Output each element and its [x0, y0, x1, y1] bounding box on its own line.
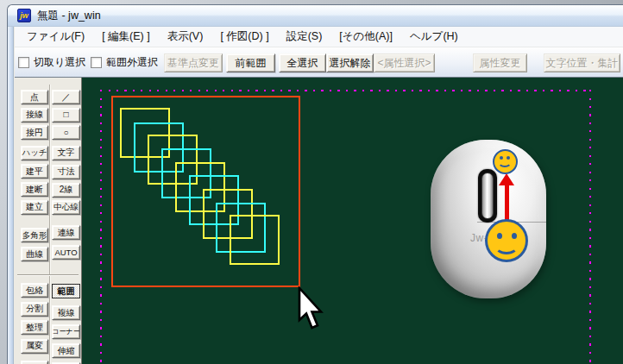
menu-item[interactable]: [ 編集(E) ]: [93, 27, 159, 47]
menu-item[interactable]: [ 作図(D) ]: [211, 27, 277, 47]
selection-toolbar: 切取り選択 範囲外選択 基準点変更前範囲全選択選択解除<属性選択>属性変更文字位…: [15, 47, 623, 78]
toolbar-button[interactable]: 基準点変更: [164, 53, 223, 72]
sidebar-button[interactable]: □: [52, 108, 80, 122]
sidebar-button[interactable]: 連線: [52, 225, 80, 240]
checkbox-box[interactable]: [18, 57, 29, 68]
drawn-square: [230, 215, 280, 265]
menu-item[interactable]: [その他(A)]: [330, 27, 401, 47]
smiley-mouth: [494, 237, 519, 254]
sidebar-button[interactable]: 文字: [52, 146, 80, 160]
sidebar-button[interactable]: 建断: [21, 182, 48, 197]
tool-sidebar: 点接線接円ハッチ建平建断建立多角形曲線包絡分割整理属変／□○文字寸法2線中心線連…: [15, 78, 82, 364]
sidebar-button[interactable]: 点: [21, 90, 48, 104]
sidebar-button[interactable]: コーナー: [52, 324, 80, 339]
sidebar-button[interactable]: 包絡: [21, 283, 48, 298]
checkbox-box[interactable]: [91, 57, 102, 68]
up-arrow-head: [499, 173, 514, 185]
window-title: 無題 - jw_win: [37, 9, 101, 23]
app-window: jw 無題 - jw_win ファイル(F)[ 編集(E) ]表示(V)[ 作図…: [7, 4, 623, 364]
sidebar-button[interactable]: [21, 361, 48, 364]
mouse-wheel: [481, 173, 494, 219]
smiley-mouth: [498, 157, 512, 167]
mouse-illustration: Jw-: [431, 140, 546, 298]
app-icon: jw: [17, 9, 31, 22]
up-arrow-shaft: [505, 184, 509, 221]
window-left-border: [8, 27, 14, 364]
paper-frame-right: [589, 90, 591, 364]
small-smiley-icon: [493, 149, 518, 174]
sidebar-button[interactable]: ○: [52, 125, 80, 140]
sidebar-divider-vertical: [49, 85, 51, 364]
toolbar-button[interactable]: 文字位置・集計: [544, 53, 620, 72]
menu-item[interactable]: 設定(S): [278, 27, 331, 47]
toolbar-button[interactable]: 全選択: [279, 53, 326, 72]
drawing-canvas[interactable]: Jw-: [82, 78, 623, 364]
mouse-cursor-icon: [298, 286, 325, 331]
sidebar-button[interactable]: ハッチ: [21, 146, 48, 160]
sidebar-button[interactable]: 伸縮: [52, 343, 80, 358]
checkbox-outside-select[interactable]: 範囲外選択: [91, 55, 158, 70]
sidebar-button[interactable]: 多角形: [21, 228, 48, 242]
sidebar-button[interactable]: 建平: [21, 164, 48, 179]
menu-item[interactable]: ファイル(F): [18, 27, 93, 47]
menu-bar: ファイル(F)[ 編集(E) ]表示(V)[ 作図(D) ]設定(S)[その他(…: [15, 27, 623, 47]
work-area: 点接線接円ハッチ建平建断建立多角形曲線包絡分割整理属変／□○文字寸法2線中心線連…: [15, 78, 623, 364]
sidebar-button[interactable]: 寸法: [52, 165, 80, 179]
sidebar-button[interactable]: 建立: [21, 200, 48, 215]
client-area: ファイル(F)[ 編集(E) ]表示(V)[ 作図(D) ]設定(S)[その他(…: [15, 27, 623, 364]
sidebar-button[interactable]: AUTO: [52, 245, 80, 260]
checkbox-label: 切取り選択: [34, 55, 85, 70]
mouse-wheel-slot: [478, 169, 497, 223]
paper-frame-top: [100, 90, 589, 91]
sidebar-button[interactable]: 曲線: [21, 247, 48, 261]
toolbar-button[interactable]: 選択解除: [326, 53, 374, 72]
sidebar-button[interactable]: ／: [52, 90, 80, 104]
sidebar-button[interactable]: 複線: [52, 305, 80, 320]
menu-item[interactable]: 表示(V): [159, 27, 212, 47]
toolbar-button[interactable]: 前範囲: [226, 53, 275, 72]
checkbox-label: 範囲外選択: [106, 55, 158, 70]
toolbar-button[interactable]: 属性変更: [473, 53, 527, 72]
sidebar-button[interactable]: 接円: [21, 125, 48, 140]
sidebar-button[interactable]: 中心線: [52, 200, 80, 215]
big-smiley-icon: [485, 219, 528, 262]
menu-item[interactable]: ヘルプ(H): [401, 27, 467, 47]
sidebar-button[interactable]: 整理: [21, 320, 48, 335]
sidebar-button[interactable]: 接線: [21, 108, 48, 122]
title-bar[interactable]: jw 無題 - jw_win: [8, 5, 623, 27]
sidebar-button[interactable]: 属変: [21, 339, 48, 354]
sidebar-button[interactable]: 範囲: [52, 284, 80, 298]
paper-frame-left: [100, 90, 102, 364]
checkbox-cut-select[interactable]: 切取り選択: [18, 55, 85, 70]
sidebar-divider-horizontal: [17, 274, 79, 276]
sidebar-button[interactable]: 分割: [21, 302, 48, 317]
sidebar-button[interactable]: 2線: [52, 183, 80, 198]
toolbar-button[interactable]: <属性選択>: [374, 53, 435, 72]
